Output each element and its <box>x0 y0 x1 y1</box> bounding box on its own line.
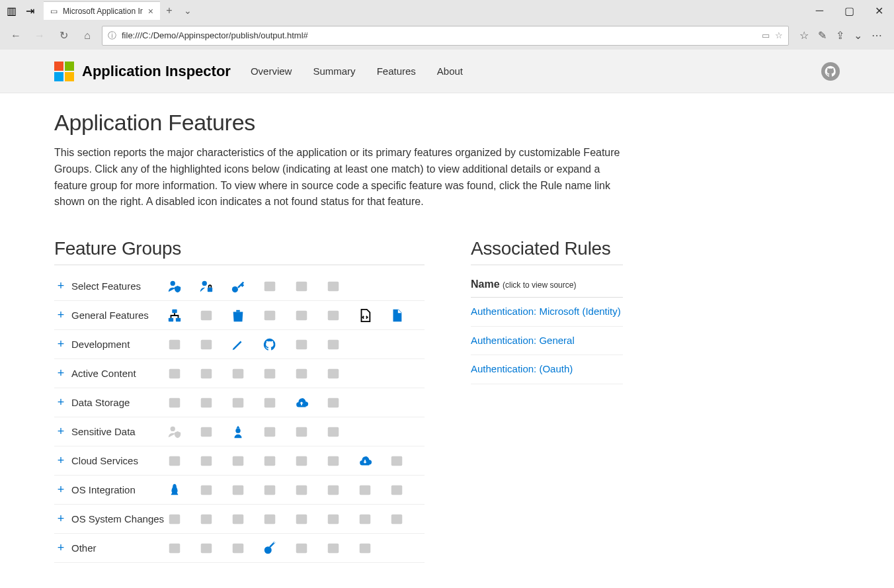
icon-strip <box>167 395 341 411</box>
minimize-button[interactable]: ─ <box>805 1 834 21</box>
close-tab-icon[interactable]: × <box>148 6 153 17</box>
github-icon[interactable] <box>262 337 278 353</box>
trash-icon[interactable] <box>230 308 246 323</box>
app-logo[interactable]: Application Inspector <box>54 62 231 81</box>
network-icon[interactable] <box>167 308 183 323</box>
adobe-icon <box>167 366 183 382</box>
icon-strip <box>167 424 341 440</box>
plus-box-icon <box>294 337 309 353</box>
expand-button[interactable]: + <box>54 512 67 526</box>
unlock-icon <box>389 511 405 527</box>
notes-icon[interactable]: ✎ <box>818 29 827 42</box>
expand-button[interactable]: + <box>54 425 67 439</box>
rule-link[interactable]: Authentication: Microsoft (Identity) <box>471 298 623 327</box>
windows-icon <box>167 453 183 469</box>
maximize-button[interactable]: ▢ <box>834 1 864 21</box>
cloud-down-icon[interactable] <box>357 453 373 469</box>
close-window-button[interactable]: ✕ <box>864 1 894 21</box>
reading-view-icon[interactable]: ▭ <box>762 30 770 40</box>
wordpress-icon <box>325 337 341 353</box>
icon-strip <box>167 308 405 323</box>
group-label[interactable]: OS System Changes <box>67 513 167 525</box>
url-input[interactable] <box>122 30 756 40</box>
pen-icon[interactable] <box>230 337 246 353</box>
rule-link[interactable]: Authentication: (Oauth) <box>471 355 623 384</box>
edit-box-icon <box>198 308 214 323</box>
browser-tab[interactable]: ▭ Microsoft Application Ir × <box>44 1 160 20</box>
file-lines-icon <box>294 540 309 556</box>
hubspot-icon <box>230 366 246 382</box>
rule-link[interactable]: Authentication: General <box>471 327 623 356</box>
running-icon <box>357 482 373 498</box>
tab-aside-icon[interactable]: ▥ <box>5 5 17 17</box>
group-label[interactable]: OS Integration <box>67 484 167 495</box>
nav-summary[interactable]: Summary <box>313 65 355 77</box>
forward-button[interactable]: → <box>30 26 49 45</box>
group-label[interactable]: Development <box>67 339 167 350</box>
nav-features[interactable]: Features <box>377 65 416 77</box>
home-button[interactable]: ⌂ <box>78 26 97 45</box>
ad-icon <box>230 540 246 556</box>
play-icon <box>167 540 183 556</box>
file-icon <box>294 308 309 323</box>
feature-row: +OS Integration <box>54 476 425 505</box>
feature-groups-title: Feature Groups <box>54 238 425 265</box>
feature-row: +Active Content <box>54 359 425 388</box>
feature-row: +Cloud Services <box>54 446 425 476</box>
expand-button[interactable]: + <box>54 483 67 497</box>
favorites-hub-icon[interactable]: ☆ <box>799 29 809 42</box>
user-plus-icon <box>230 511 246 527</box>
stethoscope-icon <box>198 424 214 440</box>
code-file-icon[interactable] <box>357 308 373 323</box>
pocket-icon[interactable]: ⌄ <box>854 29 862 42</box>
nav-overview[interactable]: Overview <box>251 65 292 77</box>
user-shield-icon[interactable] <box>167 278 183 294</box>
feature-groups-section: Feature Groups +Select Features+General … <box>54 238 425 563</box>
expand-button[interactable]: + <box>54 366 67 380</box>
group-label[interactable]: Other <box>67 542 167 554</box>
clock-icon <box>325 540 341 556</box>
file-meta-icon <box>325 395 341 411</box>
info-icon[interactable]: ⓘ <box>108 30 116 42</box>
new-tab-button[interactable]: + <box>160 5 179 17</box>
vials-icon <box>325 453 341 469</box>
expand-button[interactable]: + <box>54 541 67 555</box>
group-label[interactable]: General Features <box>67 310 167 321</box>
group-label[interactable]: Sensitive Data <box>67 426 167 437</box>
back-button[interactable]: ← <box>7 26 25 45</box>
boxes-icon <box>230 482 246 498</box>
icon-strip <box>167 540 373 556</box>
nav-about[interactable]: About <box>437 65 463 77</box>
key-icon[interactable] <box>230 278 246 294</box>
github-link[interactable] <box>821 62 840 81</box>
expand-button[interactable]: + <box>54 308 67 322</box>
associated-rules-section: Associated Rules Name (click to view sou… <box>471 238 623 563</box>
icon-strip <box>167 337 341 353</box>
document-icon[interactable] <box>389 308 405 323</box>
linux-icon[interactable] <box>167 482 183 498</box>
feature-row: +Select Features <box>54 272 425 301</box>
expand-button[interactable]: + <box>54 396 67 409</box>
group-label[interactable]: Data Storage <box>67 397 167 408</box>
expand-button[interactable]: + <box>54 337 67 351</box>
address-bar[interactable]: ⓘ ▭ ☆ <box>102 26 789 46</box>
group-label[interactable]: Active Content <box>67 368 167 379</box>
user-secret-icon[interactable] <box>230 424 246 440</box>
cloud-up-icon[interactable] <box>294 395 309 411</box>
user-lock-icon[interactable] <box>198 278 214 294</box>
favorite-icon[interactable]: ☆ <box>775 30 783 40</box>
group-label[interactable]: Cloud Services <box>67 455 167 466</box>
expand-button[interactable]: + <box>54 279 67 293</box>
share-icon[interactable]: ⇪ <box>836 29 844 42</box>
refresh-button[interactable]: ↻ <box>54 26 73 45</box>
expand-button[interactable]: + <box>54 454 67 468</box>
tab-sidebar-icon[interactable]: ⇥ <box>24 5 36 17</box>
group-label[interactable]: Select Features <box>67 280 167 292</box>
tree-icon <box>262 482 278 498</box>
building-icon <box>167 337 183 353</box>
icon-strip <box>167 278 341 294</box>
tab-chevron-icon[interactable]: ⌄ <box>179 5 197 16</box>
more-icon[interactable]: ⋯ <box>872 29 882 42</box>
nav-bar: ← → ↻ ⌂ ⓘ ▭ ☆ ☆ ✎ ⇪ ⌄ ⋯ <box>0 21 894 50</box>
meteor-icon[interactable] <box>262 540 278 556</box>
